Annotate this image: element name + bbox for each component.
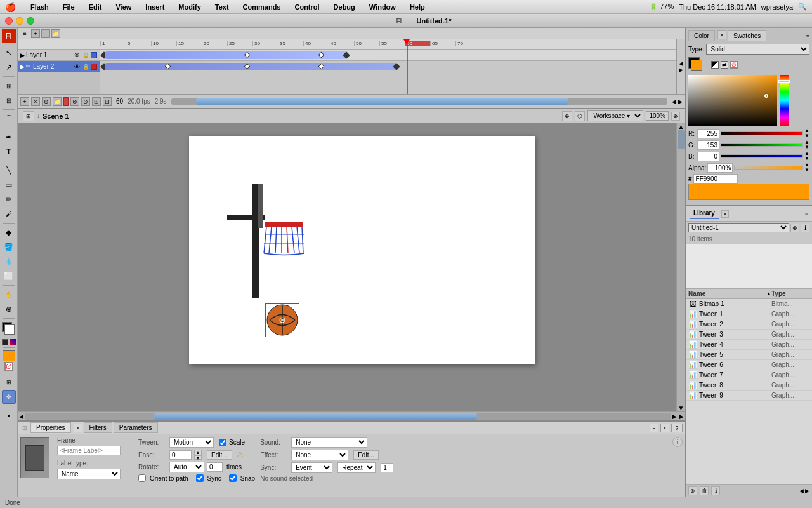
swap-colors-icon[interactable] bbox=[10, 339, 16, 345]
stage-vscrollbar[interactable]: ▲ ▼ bbox=[676, 123, 685, 411]
tween-select[interactable]: Motion Shape None bbox=[169, 437, 214, 448]
hscroll-right[interactable]: ▶ bbox=[672, 413, 677, 420]
frame-label-input[interactable] bbox=[57, 446, 121, 455]
alpha-down[interactable]: ▼ bbox=[804, 168, 809, 173]
apple-menu[interactable]: 🍎 bbox=[5, 2, 16, 12]
hue-bar[interactable] bbox=[780, 75, 789, 126]
lasso-tool[interactable]: ⌒ bbox=[2, 112, 16, 126]
lib-item-tween9[interactable]: 📊 Tween 9 Graph... bbox=[686, 391, 812, 401]
zoom-options-btn[interactable]: ⊕ bbox=[671, 112, 680, 121]
timeline-scroll-left[interactable]: ◀ bbox=[677, 60, 685, 67]
color-panel-menu[interactable]: ≡ bbox=[806, 33, 809, 39]
vscroll-up[interactable]: ▲ bbox=[677, 123, 685, 130]
menu-file[interactable]: File bbox=[60, 2, 78, 12]
repeat-select[interactable]: Repeat Loop bbox=[337, 462, 376, 473]
insert-layer-folder-btn[interactable]: 📁 bbox=[53, 97, 62, 106]
orient-checkbox[interactable] bbox=[138, 474, 146, 482]
library-project-select[interactable]: Untitled-1 bbox=[688, 223, 789, 232]
vscroll-down[interactable]: ▼ bbox=[677, 404, 685, 411]
fill-color-indicator[interactable] bbox=[3, 350, 15, 361]
g-slider[interactable] bbox=[721, 143, 803, 147]
filters-tab[interactable]: Filters bbox=[84, 422, 112, 433]
sound-select[interactable]: None bbox=[291, 437, 367, 448]
stage-canvas-area[interactable]: ▲ ▼ bbox=[18, 123, 685, 411]
search-icon[interactable]: 🔍 bbox=[798, 3, 807, 11]
reset-colors-icon[interactable] bbox=[711, 61, 719, 69]
menu-insert[interactable]: Insert bbox=[142, 2, 167, 12]
layer-2-lock-icon[interactable]: 🔒 bbox=[82, 63, 89, 70]
hscroll-track[interactable] bbox=[25, 413, 671, 420]
effect-edit-btn[interactable]: Edit... bbox=[353, 450, 379, 460]
repeat-count-input[interactable] bbox=[381, 463, 393, 472]
r-down[interactable]: ▼ bbox=[804, 133, 809, 138]
menu-commands[interactable]: Commands bbox=[240, 2, 284, 12]
lib-scroll-right[interactable]: ▶ bbox=[805, 488, 809, 494]
menu-help[interactable]: Help bbox=[407, 2, 428, 12]
b-slider[interactable] bbox=[721, 154, 803, 158]
menu-flash[interactable]: Flash bbox=[27, 2, 52, 12]
timeline-scroll-prev[interactable]: ◀ bbox=[672, 98, 676, 105]
pencil-tool[interactable]: ✏ bbox=[2, 192, 16, 206]
ease-edit-btn[interactable]: Edit... bbox=[207, 450, 232, 460]
free-transform-tool[interactable]: ⊞ bbox=[2, 79, 16, 93]
clip-mask-btn[interactable]: ⬡ bbox=[575, 111, 585, 121]
color-tab[interactable]: Color bbox=[688, 30, 715, 41]
pen-tool[interactable]: ✒ bbox=[2, 130, 16, 144]
basketball-graphic[interactable] bbox=[266, 304, 298, 336]
layer-1-vis-icon[interactable]: 👁 bbox=[73, 51, 81, 59]
timeline-scroll-next[interactable]: ▶ bbox=[678, 98, 683, 105]
menu-window[interactable]: Window bbox=[366, 2, 399, 12]
b-input[interactable] bbox=[697, 152, 719, 161]
parameters-tab[interactable]: Parameters bbox=[114, 422, 158, 433]
frame-indicator-bar[interactable] bbox=[63, 97, 69, 106]
menu-view[interactable]: View bbox=[112, 2, 134, 12]
r-slider[interactable] bbox=[721, 131, 803, 135]
lib-item-tween7[interactable]: 📊 Tween 7 Graph... bbox=[686, 370, 812, 380]
menu-debug[interactable]: Debug bbox=[331, 2, 358, 12]
layer-delete-button[interactable]: - bbox=[41, 29, 50, 38]
menu-control[interactable]: Control bbox=[291, 2, 322, 12]
lib-item-tween1[interactable]: 📊 Tween 1 Graph... bbox=[686, 309, 812, 319]
new-layer-btn[interactable]: + bbox=[20, 97, 29, 106]
sync-select[interactable]: Event Start Stop Stream bbox=[291, 462, 332, 473]
color-type-select[interactable]: Solid Linear Radial bbox=[706, 44, 809, 55]
color-result-swatch[interactable] bbox=[688, 184, 809, 200]
edit-multiple-tool[interactable]: ✛ bbox=[2, 390, 16, 404]
snap-to-grid-tool[interactable]: ⊞ bbox=[2, 375, 16, 389]
lib-item-tween5[interactable]: 📊 Tween 5 Graph... bbox=[686, 350, 812, 360]
props-icon[interactable]: ⊡ bbox=[20, 424, 29, 432]
menu-modify[interactable]: Modify bbox=[175, 2, 204, 12]
library-close-btn[interactable]: × bbox=[721, 210, 729, 218]
stage-options-btn[interactable]: ⊞ bbox=[23, 111, 34, 121]
props-help-btn[interactable]: ? bbox=[671, 424, 683, 432]
eraser-tool[interactable]: ⬜ bbox=[2, 269, 16, 283]
hand-tool[interactable]: ✋ bbox=[2, 288, 16, 302]
layer-2-frames[interactable] bbox=[100, 61, 676, 72]
lib-name-col[interactable]: Name ▲ bbox=[688, 290, 771, 297]
alpha-input[interactable] bbox=[707, 163, 733, 173]
snap-checkbox[interactable] bbox=[229, 474, 237, 482]
layer-add-button[interactable]: + bbox=[31, 29, 40, 38]
library-tab[interactable]: Library bbox=[690, 208, 719, 219]
lib-type-col[interactable]: Type bbox=[771, 290, 809, 297]
timeline-scroll-right[interactable]: ▶ bbox=[677, 67, 685, 73]
maximize-button[interactable] bbox=[27, 17, 34, 25]
scene-name[interactable]: Scene 1 bbox=[43, 112, 69, 120]
edit-multiple-frames-btn[interactable]: ⊞ bbox=[92, 97, 101, 106]
workspace-select[interactable]: Workspace ▾ bbox=[587, 110, 643, 121]
g-down[interactable]: ▼ bbox=[804, 145, 809, 150]
lib-item-tween4[interactable]: 📊 Tween 4 Graph... bbox=[686, 340, 812, 350]
zoom-display[interactable]: 100% bbox=[646, 111, 669, 121]
bone-tool[interactable]: ⬧ bbox=[2, 408, 16, 422]
brush-tool[interactable]: 🖌 bbox=[2, 207, 16, 221]
lib-delete-btn[interactable]: 🗑 bbox=[700, 486, 709, 495]
rotate-count-input[interactable] bbox=[207, 462, 223, 472]
hscroll-left[interactable]: ◀ bbox=[19, 413, 23, 420]
props-close-btn[interactable]: × bbox=[660, 424, 669, 432]
layer-1-row[interactable]: ▶ Layer 1 👁 🔒 bbox=[18, 50, 100, 61]
gradient-transform-tool[interactable]: ⊟ bbox=[2, 93, 16, 107]
lib-properties-btn[interactable]: ℹ bbox=[801, 224, 809, 232]
swatches-tab[interactable]: Swatches bbox=[728, 30, 766, 41]
snap-to-objects-btn[interactable]: ⊕ bbox=[562, 111, 572, 121]
label-type-select[interactable]: Name bbox=[57, 469, 121, 479]
